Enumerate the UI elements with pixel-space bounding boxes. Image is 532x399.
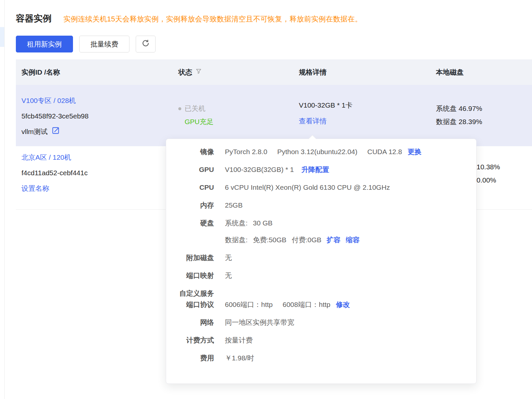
- gpu-label: GPU: [174, 164, 214, 175]
- port-mapping-label: 端口映射: [174, 270, 214, 281]
- status-header-label: 状态: [178, 68, 192, 77]
- cell-status: 已关机 GPU充足: [173, 85, 293, 146]
- data-disk-prefix: 数据盘:: [225, 234, 248, 246]
- refresh-button[interactable]: [136, 36, 156, 52]
- instance-details-popup: 镜像 PyTorch 2.8.0 Python 3.12(ubuntu22.04…: [166, 139, 477, 384]
- cell-id-name: V100专区 / 028机 5fcb458f92-3ce5eb98 vllm测试: [16, 85, 173, 146]
- custom-service-label-line2: 端口协议: [174, 299, 214, 310]
- edit-name-icon[interactable]: [52, 124, 60, 140]
- popup-row-image: 镜像 PyTorch 2.8.0 Python 3.12(ubuntu22.04…: [174, 146, 466, 157]
- popup-row-disk: 硬盘 系统盘: 30 GB 数据盘: 免费:50GB 付费:0GB 扩容 缩容: [174, 217, 466, 246]
- data-disk-usage-partial: 0.00%: [477, 174, 516, 187]
- popup-row-memory: 内存 25GB: [174, 200, 466, 211]
- memory-value: 25GB: [225, 200, 243, 211]
- custom-service-port1: 6006端口：http: [225, 299, 273, 310]
- data-disk-paid: 付费:0GB: [292, 234, 321, 246]
- sidebar-active-item-indicator[interactable]: [0, 27, 4, 47]
- cell-local-disk: 系统盘 46.97% 数据盘 28.39%: [430, 85, 516, 146]
- popup-row-fee: 费用 ￥1.98/时: [174, 352, 466, 364]
- change-image-link[interactable]: 更换: [408, 146, 421, 157]
- instance-region-link[interactable]: V100专区 / 028机: [21, 97, 76, 104]
- system-disk-usage-partial: 10.38%: [477, 160, 516, 174]
- retention-warning: 实例连续关机15天会释放实例，实例释放会导致数据清空且不可恢复，释放前实例在数据…: [63, 14, 362, 24]
- popup-row-custom-service: 自定义服务 端口协议 6006端口：http 6008端口：http 修改: [174, 288, 466, 310]
- popup-row-billing: 计费方式 按量计费: [174, 335, 466, 346]
- popup-row-gpu: GPU V100-32GB(32GB) * 1 升降配置: [174, 164, 466, 175]
- instance-id: 5fcb458f92-3ce5eb98: [21, 108, 173, 124]
- network-value: 同一地区实例共享带宽: [225, 317, 294, 328]
- rent-new-instance-button[interactable]: 租用新实例: [16, 36, 73, 52]
- custom-service-port2: 6008端口：http: [283, 299, 331, 310]
- image-label: 镜像: [174, 146, 214, 157]
- popup-row-port-mapping: 端口映射 无: [174, 270, 466, 281]
- column-header-status: 状态: [173, 68, 293, 77]
- image-framework: PyTorch 2.8.0: [225, 146, 267, 157]
- data-disk-usage: 数据盘 28.39%: [436, 115, 516, 128]
- system-disk-prefix: 系统盘:: [225, 217, 248, 229]
- collapsed-sidebar: [0, 0, 5, 399]
- shrink-disk-link[interactable]: 缩容: [346, 234, 360, 246]
- network-label: 网络: [174, 317, 214, 328]
- fee-label: 费用: [174, 352, 214, 364]
- spec-text: V100-32GB * 1卡: [299, 99, 430, 112]
- image-cuda: CUDA 12.8: [367, 146, 402, 157]
- gpu-value: V100-32GB(32GB) * 1: [225, 166, 294, 173]
- toolbar: 租用新实例 批量续费: [16, 36, 532, 52]
- column-header-spec: 规格详情: [293, 68, 430, 77]
- batch-renew-button[interactable]: 批量续费: [79, 36, 129, 52]
- refresh-icon: [141, 39, 150, 49]
- data-disk-free: 免费:50GB: [253, 234, 287, 246]
- instance-name: vllm测试: [21, 124, 48, 139]
- custom-service-label-line1: 自定义服务: [174, 288, 214, 299]
- set-name-link[interactable]: 设置名称: [21, 184, 49, 192]
- extra-disk-label: 附加磁盘: [174, 252, 214, 263]
- modify-ports-link[interactable]: 修改: [336, 299, 350, 310]
- cpu-value: 6 vCPU Intel(R) Xeon(R) Gold 6130 CPU @ …: [225, 182, 390, 193]
- table-header-row: 实例ID /名称 状态 规格详情 本地磁盘: [16, 59, 532, 85]
- gpu-availability: GPU充足: [178, 115, 293, 128]
- port-mapping-value: 无: [225, 270, 232, 281]
- instance-region-link[interactable]: 北京A区 / 120机: [21, 153, 71, 161]
- cpu-label: CPU: [174, 182, 214, 193]
- fee-value: ￥1.98/时: [225, 352, 254, 364]
- cell-id-name: 北京A区 / 120机 f4cd11ad52-cebf441c 设置名称: [16, 146, 173, 209]
- popup-row-extra-disk: 附加磁盘 无: [174, 252, 466, 263]
- column-header-local-disk: 本地磁盘: [430, 68, 516, 77]
- page-header: 容器实例 实例连续关机15天会释放实例，实例释放会导致数据清空且不可恢复，释放前…: [16, 13, 532, 24]
- extra-disk-value: 无: [225, 252, 232, 263]
- gpu-config-link[interactable]: 升降配置: [301, 166, 329, 173]
- table-row-instance-1: V100专区 / 028机 5fcb458f92-3ce5eb98 vllm测试…: [16, 85, 532, 146]
- popup-row-network: 网络 同一地区实例共享带宽: [174, 317, 466, 328]
- expand-disk-link[interactable]: 扩容: [327, 234, 340, 246]
- billing-label: 计费方式: [174, 335, 214, 346]
- popup-row-cpu: CPU 6 vCPU Intel(R) Xeon(R) Gold 6130 CP…: [174, 182, 466, 193]
- memory-label: 内存: [174, 200, 214, 211]
- status-filter-icon[interactable]: [195, 68, 202, 76]
- billing-value: 按量计费: [225, 335, 253, 346]
- disk-label: 硬盘: [174, 217, 214, 246]
- system-disk-usage: 系统盘 46.97%: [436, 102, 516, 115]
- instance-id: f4cd11ad52-cebf441c: [21, 165, 173, 181]
- image-python: Python 3.12(ubuntu22.04): [277, 146, 357, 157]
- status-dot-icon: [178, 107, 181, 110]
- system-disk-size: 30 GB: [253, 217, 273, 229]
- page-title: 容器实例: [16, 13, 52, 24]
- column-header-id-name: 实例ID /名称: [16, 68, 173, 77]
- view-details-link[interactable]: 查看详情: [299, 117, 327, 125]
- status-text: 已关机: [185, 102, 205, 115]
